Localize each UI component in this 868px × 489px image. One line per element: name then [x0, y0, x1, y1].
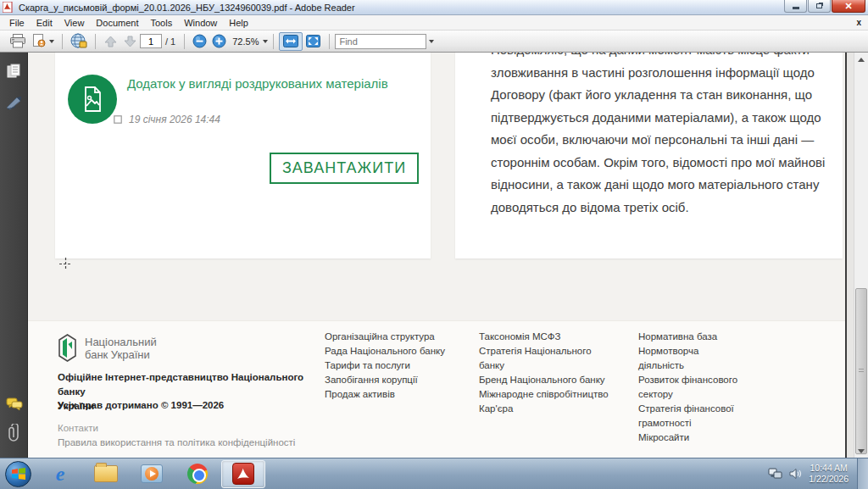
download-button[interactable]: ЗАВАНТАЖИТИ — [270, 153, 419, 184]
fullscreen-icon — [305, 34, 321, 48]
adobe-reader-window: Скарга_у_письмовій_формі_20.01.2026_НБУ_… — [0, 0, 868, 489]
footer-link[interactable]: Розвиток фінансового сектору — [638, 373, 747, 402]
pages-panel-button[interactable] — [5, 63, 23, 81]
attachment-date-row: 19 січня 2026 14:44 — [114, 114, 220, 125]
page-number-input[interactable] — [140, 34, 162, 48]
zoom-out-button[interactable] — [190, 32, 209, 51]
menu-edit[interactable]: Edit — [31, 16, 58, 30]
minimize-button[interactable] — [784, 0, 807, 13]
footer-link[interactable]: Мікросайти — [638, 431, 747, 445]
close-button[interactable]: ✕ — [832, 0, 865, 13]
signatures-panel-button[interactable] — [5, 93, 23, 112]
adobe-reader-app-icon — [3, 2, 14, 13]
menu-window[interactable]: Window — [178, 16, 223, 30]
menu-file[interactable]: File — [3, 16, 31, 30]
nbu-footer: Національний банк України Офіційне Інтер… — [28, 320, 845, 458]
scroll-up-icon — [858, 58, 865, 62]
menu-tools[interactable]: Tools — [145, 16, 179, 30]
windows-flag-icon — [12, 468, 25, 480]
pdf-page: Додаток у вигляді роздрукованих матеріал… — [28, 53, 845, 458]
complaint-body: зловживання в частині розголошення інфор… — [491, 65, 825, 214]
menu-help[interactable]: Help — [223, 16, 254, 30]
nbu-logo: Національний банк України — [58, 334, 157, 362]
taskbar-clock[interactable]: 10:44 AM 1/22/2026 — [809, 463, 849, 485]
scroll-up-button[interactable] — [854, 53, 868, 66]
clock-date: 1/22/2026 — [809, 474, 849, 485]
footer-link[interactable]: Тарифи та послуги — [325, 358, 465, 373]
taskbar: e 10:44 AM 1/22/2026 — [0, 458, 868, 489]
toolbar-separator — [184, 34, 185, 49]
scrolling-mode-button[interactable] — [279, 32, 303, 51]
adobe-reader-icon — [232, 463, 254, 485]
folder-icon — [94, 465, 118, 482]
taskbar-adobe-reader[interactable] — [221, 460, 265, 488]
footer-link[interactable]: Стратегія фінансової грамотності — [638, 402, 747, 431]
taskbar-windows-explorer[interactable] — [84, 460, 128, 488]
print-button[interactable] — [7, 32, 29, 51]
footer-link[interactable]: Нормативна база — [638, 330, 747, 344]
zoom-dropdown-caret-icon[interactable] — [263, 40, 268, 43]
title-bar: Скарга_у_письмовій_формі_20.01.2026_НБУ_… — [0, 0, 868, 15]
scrollbar-grip-icon — [859, 369, 864, 374]
zoom-in-button[interactable] — [209, 32, 229, 51]
chevron-down-icon — [49, 40, 54, 43]
calendar-icon — [114, 115, 122, 124]
scroll-down-button[interactable] — [854, 444, 868, 458]
attachment-date: 19 січня 2026 14:44 — [129, 114, 220, 125]
find-dropdown-caret-icon[interactable] — [429, 40, 434, 43]
fullscreen-mode-button[interactable] — [303, 32, 324, 51]
show-desktop-button[interactable] — [857, 458, 868, 489]
comments-icon — [6, 397, 23, 411]
zoom-level-label[interactable]: 72.5% — [232, 36, 259, 47]
restore-button[interactable] — [808, 0, 831, 13]
footer-link[interactable]: Продаж активів — [325, 387, 465, 402]
scrollbar-thumb[interactable] — [855, 288, 867, 454]
footer-link[interactable]: Міжнародне співробітництво — [479, 387, 615, 402]
footer-link[interactable]: Кар'єра — [479, 402, 615, 416]
footer-link[interactable]: Запобігання корупції — [325, 373, 465, 387]
network-icon[interactable] — [768, 468, 782, 480]
toolbar-separator — [95, 34, 96, 49]
footer-link[interactable]: Рада Національного банку — [325, 344, 465, 358]
nbu-logo-icon — [58, 334, 77, 362]
pdf-viewer: Додаток у вигляді роздрукованих матеріал… — [28, 53, 854, 458]
footer-column-1: Організаційна структура Рада Національно… — [325, 330, 465, 402]
footer-link-privacy[interactable]: Правила використання та політика конфіде… — [58, 437, 295, 447]
menu-bar: File Edit View Document Tools Window Hel… — [0, 15, 868, 31]
previous-page-button[interactable] — [101, 32, 120, 51]
footer-link[interactable]: Таксономія МСФЗ — [479, 330, 615, 344]
find-input[interactable] — [335, 34, 426, 49]
footer-link-contacts[interactable]: Контакти — [58, 423, 98, 433]
footer-link[interactable]: Стратегія Національного банку — [479, 344, 615, 373]
internet-explorer-icon: e — [56, 465, 65, 482]
footer-link[interactable]: Нормотворча діяльність — [638, 344, 747, 373]
vertical-scrollbar[interactable] — [854, 53, 868, 458]
webpage-capture-button[interactable] — [68, 32, 90, 51]
page-edge-shadow — [845, 53, 847, 458]
taskbar-internet-explorer[interactable]: e — [38, 460, 82, 488]
complaint-card: Повідомляю, що на даний момент мають міс… — [455, 53, 843, 258]
menu-view[interactable]: View — [58, 16, 91, 30]
footer-column-3: Нормативна база Нормотворча діяльність Р… — [638, 330, 747, 445]
footer-link[interactable]: Організаційна структура — [325, 330, 465, 344]
volume-icon[interactable] — [789, 468, 802, 480]
attachment-image-icon — [68, 75, 117, 124]
arrow-up-icon — [103, 35, 118, 48]
reader-content-area: Додаток у вигляді роздрукованих матеріал… — [0, 53, 868, 458]
pane-close-button[interactable]: x — [856, 18, 861, 27]
attachment-title: Додаток у вигляді роздрукованих матеріал… — [127, 76, 407, 91]
next-page-button[interactable] — [120, 32, 140, 51]
page-count-label: / 1 — [165, 36, 175, 47]
scroll-down-icon — [858, 449, 865, 453]
toolbar-separator — [62, 34, 63, 49]
menu-document[interactable]: Document — [90, 16, 144, 30]
comments-panel-button[interactable] — [5, 395, 23, 414]
chrome-icon — [187, 464, 208, 484]
share-document-button[interactable] — [29, 32, 57, 51]
taskbar-chrome[interactable] — [175, 460, 220, 488]
footer-link[interactable]: Бренд Національного банку — [479, 373, 615, 387]
attachments-panel-button[interactable] — [5, 424, 23, 442]
start-button[interactable] — [5, 461, 31, 487]
taskbar-media-player[interactable] — [130, 460, 174, 488]
minimize-icon — [793, 7, 799, 9]
